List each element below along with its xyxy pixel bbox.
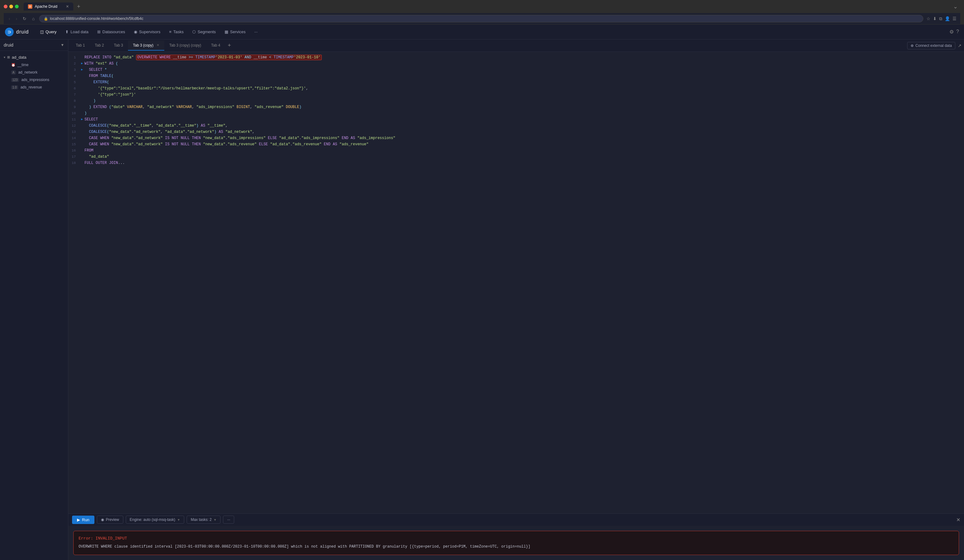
code-line-1: 1 REPLACE INTO "ad_data" OVERWRITE WHERE…: [68, 54, 964, 60]
services-icon: ▦: [225, 29, 228, 34]
editor-tab-2[interactable]: Tab 2: [90, 41, 109, 50]
minimize-window-button[interactable]: [9, 5, 13, 8]
code-line-10: 10 ): [68, 110, 964, 117]
engine-selector[interactable]: Engine: auto (sql-msq-task) ▼: [126, 516, 184, 524]
editor-tab-4[interactable]: Tab 4: [206, 41, 225, 50]
code-line-7: 7 '{"type":"json"}': [68, 92, 964, 98]
code-line-12: 12 COALESCE("new_data"."__time", "ad_dat…: [68, 123, 964, 129]
nav-label-more: ···: [254, 29, 258, 34]
menu-icon[interactable]: ☰: [953, 16, 957, 21]
browser-tab-apache-druid[interactable]: D Apache Druid ✕: [24, 2, 73, 11]
profile-icon[interactable]: 👤: [945, 16, 950, 21]
code-line-6: 6 '{"type":"local","baseDir":"/Users/hel…: [68, 85, 964, 92]
tab-close-button[interactable]: ✕: [66, 4, 69, 9]
download-icon[interactable]: ⬇: [933, 16, 937, 21]
help-icon[interactable]: ?: [956, 29, 959, 35]
nav-item-segments[interactable]: ⬡ Segments: [189, 28, 220, 36]
reload-button[interactable]: ↻: [21, 16, 28, 22]
tree-label-ads-impressions: ads_impressions: [21, 78, 49, 82]
new-tab-button[interactable]: +: [225, 42, 234, 49]
nav-item-supervisors[interactable]: ◉ Supervisors: [130, 28, 164, 36]
bookmark-icon[interactable]: ☆: [927, 16, 930, 21]
extensions-icon[interactable]: ⧉: [939, 16, 942, 21]
maximize-window-button[interactable]: [15, 5, 19, 8]
preview-button[interactable]: ◉ Preview: [97, 516, 123, 524]
code-line-13: 13 COALESCE("new_data"."ad_network", "ad…: [68, 129, 964, 135]
sidebar-header: druid ▼: [0, 39, 68, 51]
browser-nav: ‹ › ↻ ⌂ 🔒 localhost:8888/unified-console…: [4, 13, 960, 24]
nav-item-query[interactable]: ◫ Query: [36, 28, 60, 36]
app-name: druid: [16, 29, 29, 35]
nav-actions: ⚙ ?: [949, 29, 959, 35]
nav-label-supervisors: Supervisors: [139, 29, 161, 34]
browser-titlebar: D Apache Druid ✕ + ⌄: [4, 2, 960, 11]
tree-item-ad-data[interactable]: ▾ ⊞ ad_data: [0, 54, 68, 61]
back-button[interactable]: ‹: [7, 16, 11, 22]
more-options-button[interactable]: ···: [223, 516, 234, 524]
tab3-label: Tab 3: [114, 43, 123, 47]
run-button[interactable]: ▶ Run: [72, 516, 94, 524]
nav-item-datasources[interactable]: ⊞ Datasources: [93, 28, 129, 36]
connect-external-button[interactable]: ⊕ Connect external data: [907, 42, 955, 49]
browser-tab-bar: D Apache Druid ✕ +: [24, 2, 948, 11]
tree-item-ads-impressions[interactable]: 123 ads_impressions: [0, 76, 68, 83]
address-bar[interactable]: 🔒 localhost:8888/unified-console.html#wo…: [39, 15, 923, 22]
nav-item-more[interactable]: ···: [251, 28, 262, 36]
nav-items: ◫ Query ⬆ Load data ⊞ Datasources ◉ Supe…: [36, 28, 950, 36]
browser-chrome: D Apache Druid ✕ + ⌄ ‹ › ↻ ⌂ 🔒 localhost…: [0, 0, 964, 24]
editor-tab-bar: Tab 1 Tab 2 Tab 3 Tab 3 (copy) ✕ Tab 3 (…: [68, 39, 964, 52]
max-tasks-selector[interactable]: Max tasks: 2 ▼: [187, 516, 220, 524]
tree-label-time: __time: [17, 63, 29, 67]
tree-label-ad-data: ad_data: [12, 55, 26, 60]
editor-toolbar: ▶ Run ◉ Preview Engine: auto (sql-msq-ta…: [68, 513, 964, 526]
home-button[interactable]: ⌂: [31, 16, 36, 22]
tab3copy-close-icon[interactable]: ✕: [156, 43, 159, 47]
connect-label: Connect external data: [915, 44, 952, 48]
tab1-label: Tab 1: [76, 43, 85, 47]
code-line-18: 18 FULL OUTER JOIN...: [68, 160, 964, 166]
app-nav: ⊃ druid ◫ Query ⬆ Load data ⊞ Datasource…: [0, 24, 964, 39]
query-icon: ◫: [40, 29, 44, 34]
url-text: localhost:8888/unified-console.html#work…: [50, 16, 143, 21]
error-message: OVERWRITE WHERE clause identified interv…: [78, 544, 954, 550]
forward-button[interactable]: ›: [15, 16, 19, 22]
tree-label-ads-revenue: ads_revenue: [21, 85, 42, 89]
type-badge-text: A: [11, 70, 16, 75]
druid-logo-icon: ⊃: [5, 28, 14, 36]
nav-label-tasks: Tasks: [173, 29, 184, 34]
time-icon: ⏰: [11, 63, 16, 67]
max-tasks-label: Max tasks: 2: [191, 518, 212, 522]
code-line-8: 8 ): [68, 98, 964, 104]
connect-icon: ⊕: [910, 44, 914, 48]
tree-item-time[interactable]: ⏰ __time: [0, 61, 68, 68]
sidebar-title: druid: [4, 42, 13, 47]
tab-favicon: D: [28, 4, 32, 9]
tree-item-ad-network[interactable]: A ad_network: [0, 68, 68, 76]
sidebar-expand-icon[interactable]: ▼: [60, 43, 64, 47]
nav-item-tasks[interactable]: ≡ Tasks: [165, 28, 187, 36]
editor-tab-3[interactable]: Tab 3: [109, 41, 128, 50]
nav-item-services[interactable]: ▦ Services: [221, 28, 249, 36]
code-line-17: 17 "ad_data": [68, 154, 964, 160]
panel-action-icon[interactable]: ↗: [958, 43, 962, 48]
close-window-button[interactable]: [4, 5, 7, 8]
preview-icon: ◉: [101, 518, 104, 522]
tab3copycopy-label: Tab 3 (copy) (copy): [169, 43, 201, 47]
code-line-2: 2 ▶ WITH "ext" AS (: [68, 60, 964, 67]
code-line-14: 14 CASE WHEN "new_data"."ad_network" IS …: [68, 135, 964, 141]
tree-item-ads-revenue[interactable]: 1.0 ads_revenue: [0, 83, 68, 91]
nav-label-query: Query: [46, 29, 57, 34]
editor-tab-3-copy-copy[interactable]: Tab 3 (copy) (copy): [164, 41, 206, 50]
new-tab-button[interactable]: +: [75, 3, 83, 11]
editor-tab-1[interactable]: Tab 1: [71, 41, 90, 50]
supervisors-icon: ◉: [134, 29, 137, 34]
toolbar-close-icon[interactable]: ✕: [956, 517, 960, 523]
code-editor: 1 REPLACE INTO "ad_data" OVERWRITE WHERE…: [68, 52, 964, 513]
code-content[interactable]: 1 REPLACE INTO "ad_data" OVERWRITE WHERE…: [68, 52, 964, 513]
more-options-label: ···: [227, 518, 230, 522]
editor-tab-3-copy[interactable]: Tab 3 (copy) ✕: [128, 41, 164, 50]
browser-actions: ☆ ⬇ ⧉ 👤 ☰: [927, 16, 957, 21]
tab-list-button[interactable]: ⌄: [951, 3, 960, 10]
nav-item-load-data[interactable]: ⬆ Load data: [62, 28, 92, 36]
settings-icon[interactable]: ⚙: [949, 29, 954, 35]
